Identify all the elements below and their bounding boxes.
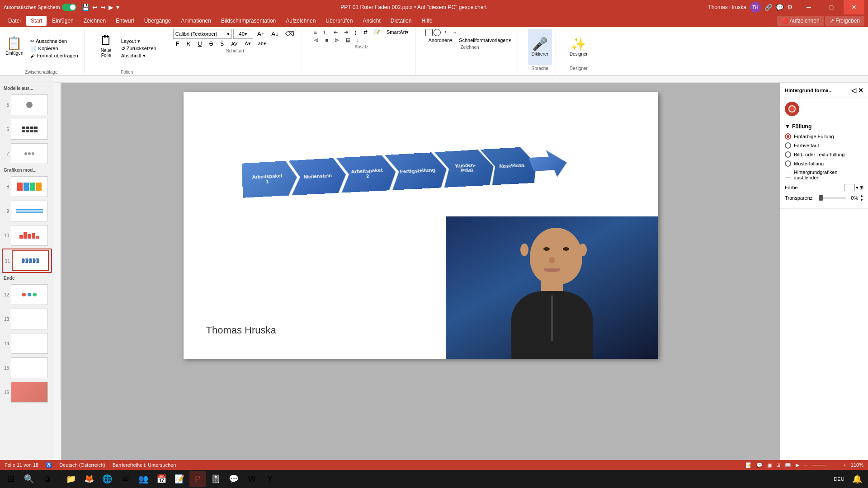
zuruecksetzen-button[interactable]: ↺ Zurücksetzen [118,45,159,52]
slide-canvas-area[interactable]: Arbeitspaket1 Meilenstein Arbeitspaket2 … [61,83,780,460]
increase-indent-button[interactable]: ⇥ [341,29,351,36]
decrease-font-button[interactable]: A↓ [269,30,281,38]
slide-canvas[interactable]: Arbeitspaket1 Meilenstein Arbeitspaket2 … [184,92,658,359]
bullets-button[interactable]: ≡ [311,29,319,36]
fontcolor-button[interactable]: A▾ [242,40,253,47]
undo-icon[interactable]: ↩ [92,4,98,11]
comments-status-button[interactable]: 💬 [756,462,763,468]
highlight-button[interactable]: ab▾ [255,40,269,47]
slide-item-5[interactable]: 5 [2,94,52,116]
shape-rect[interactable] [425,29,433,36]
redo-icon[interactable]: ↪ [100,4,106,11]
align-center-button[interactable]: ≡ [322,37,330,43]
neue-folie-button[interactable]: 🗒 NeueFolie [95,28,118,64]
menu-einfuegen[interactable]: Einfügen [47,16,78,26]
kopieren-button[interactable]: 📄 Kopieren [28,45,80,52]
shape-arrow[interactable]: → [450,29,460,36]
slide-item-14[interactable]: 14 [2,332,52,355]
zoom-level[interactable]: 110% [851,462,863,468]
slide-item-15[interactable]: 15 [2,357,52,379]
farbe-controls[interactable]: ▾ ⊞ [844,184,863,191]
freigeben-button[interactable]: ↗ Freigeben [825,16,864,26]
save-icon[interactable]: 💾 [82,4,90,11]
font-size-selector[interactable]: 40▾ [233,29,253,39]
teams-button[interactable]: 👥 [135,471,151,487]
charspace-button[interactable]: AV [228,41,240,47]
clear-format-button[interactable]: ⌫ [283,30,297,38]
more-icon[interactable]: ▾ [116,4,119,11]
view-normal[interactable]: ▣ [767,462,772,468]
decrease-indent-button[interactable]: ⇤ [331,29,340,36]
schnellformat-button[interactable]: Schnellformatvorlagen▾ [456,37,514,44]
tray-layout[interactable]: DEU [831,471,847,487]
textbox-button[interactable]: 📝 [371,29,383,36]
anordnen-button[interactable]: Anordnen▾ [425,37,455,44]
increase-font-button[interactable]: A↑ [255,30,267,38]
menu-dictation[interactable]: Dictation [386,16,416,26]
onenote-button[interactable]: 📓 [208,471,224,487]
view-sorter[interactable]: ⊞ [776,462,780,468]
menu-animationen[interactable]: Animationen [176,16,216,26]
start-button[interactable]: ⊞ [3,471,19,487]
radio-einfarbig[interactable]: Einfarbige Füllung [785,133,863,140]
yammer-button[interactable]: Y [262,471,278,487]
settings-icon[interactable]: ⚙ [787,4,793,11]
zoom-slider[interactable]: ──── [811,462,839,468]
justify-button[interactable]: ▤ [343,37,353,43]
direction-button[interactable]: ⇄ [361,29,370,36]
slide-item-10[interactable]: 10 [2,224,52,247]
notes-button[interactable]: 📝 [745,462,752,468]
designer-button[interactable]: ✨ Designer [566,29,591,65]
present-icon[interactable]: ▶ [108,4,113,11]
view-slideshow[interactable]: ▶ [796,462,799,468]
slide-item-16[interactable]: 16 [2,381,52,404]
numbering-button[interactable]: 1. [321,29,330,36]
section-title-fuellung[interactable]: ▼ Füllung [785,123,863,130]
italic-button[interactable]: K [184,40,193,47]
slide-item-12[interactable]: 12 [2,283,52,306]
panel-close-icon[interactable]: ✕ [858,87,863,94]
word-button[interactable]: W [244,471,260,487]
slide-item-11[interactable]: 11 [2,249,52,273]
share-icon[interactable]: 🔗 [764,4,772,11]
ausschneiden-button[interactable]: ✂ Ausschneiden [28,38,80,45]
radio-muster[interactable]: Musterfüllung [785,160,863,167]
color-picker-icon[interactable]: ⊞ [859,185,863,191]
menu-uebergaenge[interactable]: Übergänge [140,16,175,26]
powerpoint-button[interactable]: P [189,471,206,487]
aufzeichnen-button[interactable]: 🔴 Aufzeichnen [777,16,824,26]
menu-datei[interactable]: Datei [4,16,25,26]
diktieren-button[interactable]: 🎤 Diktierer [528,29,552,65]
menu-entwurf[interactable]: Entwurf [111,16,139,26]
slide-item-6[interactable]: 6 [2,118,52,141]
checkbox-grafiken[interactable]: Hintergrundgrafiken ausblenden [785,169,863,180]
columns-button[interactable]: ⫿ [352,29,360,36]
menu-ansicht[interactable]: Ansicht [358,16,385,26]
notepad-button[interactable]: 📝 [171,471,188,487]
strikethrough-button[interactable]: S [207,40,216,47]
panel-back-icon[interactable]: ◁ [851,87,856,94]
comments-icon[interactable]: 💬 [776,4,783,11]
calendar-button[interactable]: 📅 [153,471,170,487]
linespace-button[interactable]: ↕ [354,37,362,43]
language-label[interactable]: Deutsch (Österreich) [59,462,105,468]
zoom-in-button[interactable]: + [843,462,846,468]
menu-bildschirm[interactable]: Bildschirmpräsentation [217,16,280,26]
transparenz-slider[interactable] [819,197,846,199]
user-avatar[interactable]: TH [750,2,761,13]
transparenz-stepper[interactable]: ▲ ▼ [860,194,863,202]
outlook-button[interactable]: ✉ [117,471,133,487]
view-reading[interactable]: 📖 [785,462,791,468]
format-button[interactable]: 🖌 Format übertragen [28,52,80,59]
close-button[interactable]: ✕ [844,0,864,14]
accessibility-label[interactable]: Barrierefreiheit: Untersuchen [113,462,176,468]
chevron-item-1[interactable]: Arbeitspaket1 [241,160,298,198]
align-left-button[interactable]: ⫷ [311,37,321,43]
maximize-button[interactable]: □ [821,0,842,14]
color-swatch[interactable] [844,184,855,191]
radio-farbverlauf[interactable]: Farbverlauf [785,142,863,149]
search-button[interactable]: 🔍 [21,471,37,487]
chevron-item-2[interactable]: Meilenstein [288,158,349,196]
menu-zeichnen[interactable]: Zeichnen [79,16,110,26]
slide-item-7[interactable]: 7 [2,142,52,165]
